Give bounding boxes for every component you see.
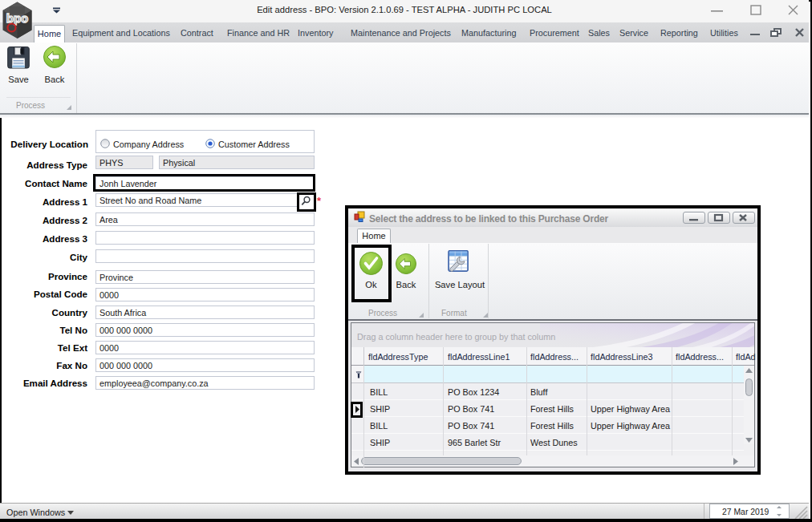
svg-text:bpo: bpo: [6, 11, 29, 25]
